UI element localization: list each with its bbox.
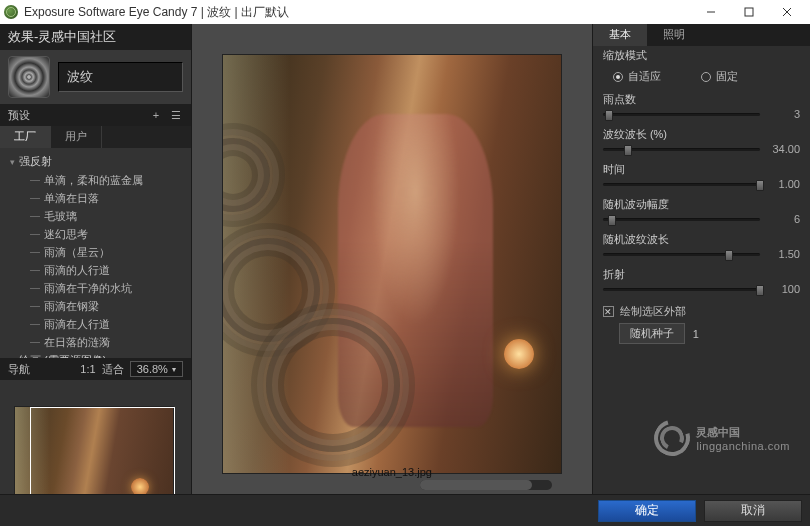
slider-value: 34.00 [760, 143, 800, 155]
random-seed-button[interactable]: 随机种子 [619, 323, 685, 344]
slider-row: 波纹波长 (%)34.00 [593, 125, 810, 160]
tree-item[interactable]: 雨滴在人行道 [0, 315, 191, 333]
preview-canvas[interactable] [222, 54, 562, 474]
radio-off-icon [701, 72, 711, 82]
tree-item[interactable]: 单滴在日落 [0, 189, 191, 207]
seed-value: 1 [693, 328, 699, 340]
radio-auto[interactable]: 自适应 [613, 69, 661, 84]
tree-item[interactable]: 单滴，柔和的蓝金属 [0, 171, 191, 189]
draw-outside-checkbox[interactable]: ✕ [603, 306, 614, 317]
presets-label: 预设 [8, 108, 30, 123]
window-title: Exposure Software Eye Candy 7 | 波纹 | 出厂默… [24, 4, 692, 21]
radio-fixed[interactable]: 固定 [701, 69, 738, 84]
slider-label: 时间 [603, 162, 625, 177]
settings-tabs: 基本 照明 [593, 24, 810, 46]
svg-rect-1 [745, 8, 753, 16]
preset-tabs: 工厂 用户 [0, 126, 191, 148]
tab-basic[interactable]: 基本 [593, 24, 647, 46]
slider-value: 1.50 [760, 248, 800, 260]
slider-row: 随机波纹波长1.50 [593, 230, 810, 265]
slider-2[interactable]: 1.00 [603, 179, 800, 189]
slider-label: 折射 [603, 267, 625, 282]
tab-factory[interactable]: 工厂 [0, 126, 51, 148]
zoom-fit[interactable]: 适合 [102, 362, 124, 377]
ok-button[interactable]: 确定 [598, 500, 696, 522]
tab-user[interactable]: 用户 [51, 126, 102, 148]
tree-group[interactable]: 强反射 [0, 152, 191, 171]
ripple-overlay [222, 135, 273, 215]
slider-row: 时间1.00 [593, 160, 810, 195]
slider-value: 100 [760, 283, 800, 295]
canvas-panel: aeziyuan_13.jpg 之前 网格 [192, 24, 592, 526]
effect-name-field[interactable]: 波纹 [58, 62, 183, 92]
settings-panel: 基本 照明 缩放模式 自适应 固定 雨点数3波纹波长 (%)34.00时间1.0… [592, 24, 810, 526]
tab-lighting[interactable]: 照明 [647, 24, 701, 46]
presets-header: 预设 + ☰ [0, 104, 191, 126]
navigator-label: 导航 [8, 362, 30, 377]
app-logo-icon [4, 5, 18, 19]
slider-label: 随机波纹波长 [603, 232, 669, 247]
dialog-buttons: 确定 取消 [0, 494, 810, 526]
filename-label: aeziyuan_13.jpg [352, 466, 432, 478]
slider-row: 随机波动幅度6 [593, 195, 810, 230]
horizontal-scrollbar[interactable] [420, 480, 552, 490]
tree-item[interactable]: 雨滴在钢梁 [0, 297, 191, 315]
slider-0[interactable]: 3 [603, 109, 800, 119]
tree-item[interactable]: 迷幻思考 [0, 225, 191, 243]
close-button[interactable] [768, 1, 806, 23]
cancel-button[interactable]: 取消 [704, 500, 802, 522]
slider-label: 波纹波长 (%) [603, 127, 667, 142]
draw-outside-label: 绘制选区外部 [620, 304, 686, 319]
window-titlebar: Exposure Software Eye Candy 7 | 波纹 | 出厂默… [0, 0, 810, 24]
slider-5[interactable]: 100 [603, 284, 800, 294]
add-preset-icon[interactable]: + [149, 108, 163, 122]
preset-tree[interactable]: 强反射 单滴，柔和的蓝金属 单滴在日落 毛玻璃 迷幻思考 雨滴（星云） 雨滴的人… [0, 148, 191, 358]
tree-item[interactable]: 雨滴在干净的水坑 [0, 279, 191, 297]
zoom-ratio[interactable]: 1:1 [80, 363, 95, 375]
slider-value: 1.00 [760, 178, 800, 190]
tree-item[interactable]: 在日落的涟漪 [0, 333, 191, 351]
effect-thumb-icon [8, 56, 50, 98]
slider-4[interactable]: 1.50 [603, 249, 800, 259]
slider-row: 雨点数3 [593, 90, 810, 125]
slider-value: 3 [760, 108, 800, 120]
left-panel: 效果-灵感中国社区 波纹 预设 + ☰ 工厂 用户 强反射 单滴，柔和的蓝金属 … [0, 24, 192, 526]
slider-row: 折射100 [593, 265, 810, 300]
tree-group[interactable]: 绘画 (需要源图像) [0, 351, 191, 358]
radio-on-icon [613, 72, 623, 82]
slider-label: 雨点数 [603, 92, 636, 107]
tree-item[interactable]: 雨滴的人行道 [0, 261, 191, 279]
ripple-overlay [263, 315, 403, 455]
image-content [504, 339, 534, 369]
navigator-viewport[interactable] [30, 407, 175, 502]
tree-item[interactable]: 毛玻璃 [0, 207, 191, 225]
navigator-header: 导航 1:1 适合 36.8%▾ [0, 358, 191, 380]
slider-label: 随机波动幅度 [603, 197, 669, 212]
slider-3[interactable]: 6 [603, 214, 800, 224]
preset-menu-icon[interactable]: ☰ [169, 108, 183, 122]
effects-header: 效果-灵感中国社区 [0, 24, 191, 50]
maximize-button[interactable] [730, 1, 768, 23]
zoom-dropdown[interactable]: 36.8%▾ [130, 361, 183, 377]
minimize-button[interactable] [692, 1, 730, 23]
slider-1[interactable]: 34.00 [603, 144, 800, 154]
slider-value: 6 [760, 213, 800, 225]
scale-mode-label: 缩放模式 [593, 46, 810, 65]
tree-item[interactable]: 雨滴（星云） [0, 243, 191, 261]
